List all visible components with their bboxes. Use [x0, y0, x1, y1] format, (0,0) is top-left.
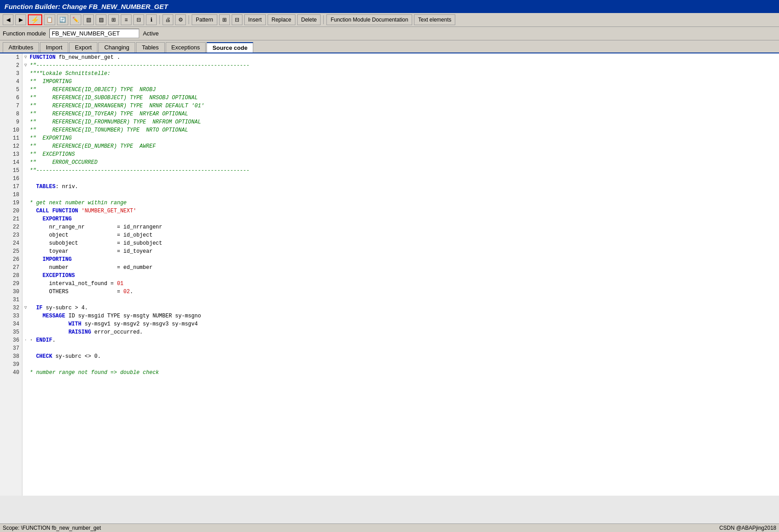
- code-text: number = ed_number: [29, 264, 153, 272]
- code-line: *" REFERENCE(ID_OBJECT) TYPE NROBJ: [22, 86, 779, 94]
- code-text: *" REFERENCE(ID_TONUMBER) TYPE NRTO OPTI…: [29, 126, 188, 134]
- code-text: CHECK sy-subrc <> 0.: [29, 352, 101, 361]
- tab-source-code[interactable]: Source code: [207, 42, 253, 53]
- title-bar: Function Builder: Change FB_NEW_NUMBER_G…: [0, 0, 779, 13]
- edit-button[interactable]: ✏️: [70, 14, 81, 25]
- fold-icon[interactable]: ▽: [22, 304, 29, 312]
- list-button[interactable]: ≡: [121, 14, 132, 25]
- settings-button[interactable]: ⚙: [175, 14, 186, 25]
- code-line: number = ed_number: [22, 264, 779, 272]
- fold-icon[interactable]: ▽: [22, 53, 29, 62]
- code-text: toyear = id_toyear: [29, 247, 153, 255]
- code-content[interactable]: ▽FUNCTION fb_new_number_get .▽*"--------…: [22, 53, 779, 496]
- back-button[interactable]: ◀: [3, 14, 13, 25]
- code-text: nr_range_nr = id_nrrangenr: [29, 223, 162, 231]
- line-number: 31: [0, 296, 22, 304]
- insert-icon-button[interactable]: ⊞: [219, 14, 230, 25]
- fm-input[interactable]: [49, 29, 139, 38]
- split-left-button[interactable]: ▧: [83, 14, 94, 25]
- refresh-button[interactable]: 🔄: [57, 14, 68, 25]
- insert-button[interactable]: Insert: [244, 14, 266, 25]
- line-number: 10: [0, 126, 22, 134]
- code-text: CALL FUNCTION 'NUMBER_GET_NEXT': [29, 207, 136, 215]
- app-title: Function Builder: Change FB_NEW_NUMBER_G…: [4, 3, 168, 10]
- split-right-button[interactable]: ▨: [96, 14, 106, 25]
- fm-status: Active: [143, 30, 158, 37]
- line-number: 30: [0, 288, 22, 296]
- code-line: ▽ IF sy-subrc > 4.: [22, 304, 779, 312]
- tab-tables[interactable]: Tables: [136, 42, 165, 53]
- code-text: *" REFERENCE(ID_FROMNUMBER) TYPE NRFROM …: [29, 118, 201, 126]
- line-number: 18: [0, 191, 22, 199]
- text-elements-button[interactable]: Text elements: [414, 14, 455, 25]
- info-button[interactable]: ℹ: [146, 14, 157, 25]
- tab-attributes[interactable]: Attributes: [3, 42, 39, 53]
- fn-doc-button[interactable]: Function Module Documentation: [326, 14, 412, 25]
- code-line: * get next number within range: [22, 199, 779, 207]
- forward-button[interactable]: ▶: [15, 14, 26, 25]
- replace-button[interactable]: Replace: [268, 14, 295, 25]
- print-button[interactable]: 🖨: [163, 14, 173, 25]
- sep3: [323, 15, 324, 24]
- tab-changing[interactable]: Changing: [98, 42, 135, 53]
- code-text: IMPORTING: [29, 255, 72, 264]
- code-container: 1234567891011121314151617181920212223242…: [0, 53, 779, 496]
- fold-icon[interactable]: ·: [22, 336, 29, 344]
- line-number: 37: [0, 344, 22, 352]
- fm-label: Function module: [3, 30, 46, 37]
- line-number: 35: [0, 328, 22, 336]
- copy-button[interactable]: 📋: [44, 14, 55, 25]
- delete-button[interactable]: Delete: [297, 14, 321, 25]
- code-text: *" ERROR_OCCURRED: [29, 158, 97, 167]
- code-text: subobject = id_subobject: [29, 239, 162, 247]
- code-line: EXCEPTIONS: [22, 272, 779, 280]
- line-number: 6: [0, 94, 22, 102]
- code-line: *" REFERENCE(ID_TONUMBER) TYPE NRTO OPTI…: [22, 126, 779, 134]
- code-text: interval_not_found = 01: [29, 280, 123, 288]
- code-line: ▽*"-------------------------------------…: [22, 62, 779, 70]
- code-text: object = id_object: [29, 231, 153, 239]
- pattern-button[interactable]: Pattern: [192, 14, 217, 25]
- tabs-bar: Attributes Import Export Changing Tables…: [0, 40, 779, 53]
- sep1: [159, 15, 160, 24]
- line-number: 20: [0, 207, 22, 215]
- line-number: 2: [0, 62, 22, 70]
- remove-icon-button[interactable]: ⊟: [232, 14, 242, 25]
- code-line: *" REFERENCE(ID_FROMNUMBER) TYPE NRFROM …: [22, 118, 779, 126]
- code-line: *" EXPORTING: [22, 134, 779, 142]
- line-number: 40: [0, 369, 22, 377]
- code-line: *" EXCEPTIONS: [22, 150, 779, 158]
- code-line: CHECK sy-subrc <> 0.: [22, 352, 779, 361]
- line-number: 11: [0, 134, 22, 142]
- tab-exceptions[interactable]: Exceptions: [166, 42, 206, 53]
- code-line: OTHERS = 02.: [22, 288, 779, 296]
- line-number: 26: [0, 255, 22, 264]
- code-text: *"--------------------------------------…: [29, 62, 250, 70]
- code-text: * get next number within range: [29, 199, 127, 207]
- line-number: 12: [0, 142, 22, 150]
- line-numbers: 1234567891011121314151617181920212223242…: [0, 53, 22, 496]
- status-bar: Scope: \FUNCTION fb_new_number_get CSDN …: [0, 523, 779, 532]
- code-text: *"--------------------------------------…: [29, 167, 250, 175]
- code-line: *"--------------------------------------…: [22, 167, 779, 175]
- activate-button[interactable]: ⚡: [28, 14, 42, 25]
- tab-export[interactable]: Export: [69, 42, 98, 53]
- line-number: 19: [0, 199, 22, 207]
- code-line: toyear = id_toyear: [22, 247, 779, 255]
- code-line: RAISING error_occurred.: [22, 328, 779, 336]
- code-line: EXPORTING: [22, 215, 779, 223]
- fold-icon[interactable]: ▽: [22, 62, 29, 70]
- line-number: 36: [0, 336, 22, 344]
- code-line: CALL FUNCTION 'NUMBER_GET_NEXT': [22, 207, 779, 215]
- code-line: *"*"Lokale Schnittstelle:: [22, 70, 779, 78]
- line-number: 1: [0, 53, 22, 62]
- collapse-button[interactable]: ⊟: [133, 14, 144, 25]
- code-text: MESSAGE ID sy-msgid TYPE sy-msgty NUMBER…: [29, 312, 201, 320]
- code-line: nr_range_nr = id_nrrangenr: [22, 223, 779, 231]
- merge-button[interactable]: ⊞: [108, 14, 119, 25]
- code-text: *" EXPORTING: [29, 134, 72, 142]
- code-text: WITH sy-msgv1 sy-msgv2 sy-msgv3 sy-msgv4: [29, 320, 198, 328]
- code-text: IF sy-subrc > 4.: [29, 304, 88, 312]
- tab-import[interactable]: Import: [40, 42, 68, 53]
- line-number: 5: [0, 86, 22, 94]
